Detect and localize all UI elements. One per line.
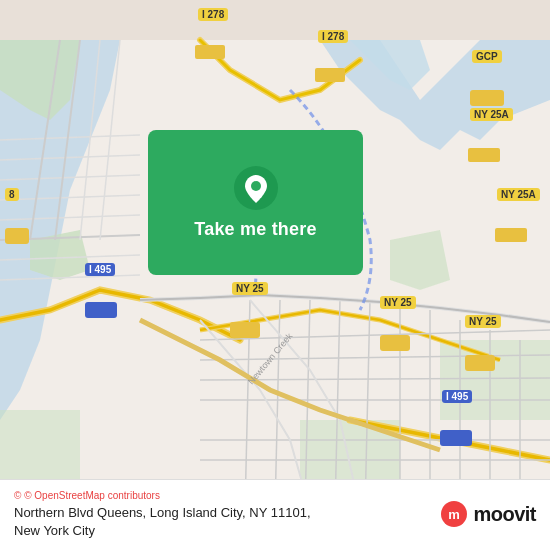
address-text: Northern Blvd Queens, Long Island City, …: [14, 505, 311, 520]
svg-rect-38: [230, 322, 260, 338]
road-label-278-right: I 278: [318, 30, 348, 43]
moovit-logo-icon: m: [440, 500, 468, 528]
road-label-25a-right: NY 25A: [497, 188, 540, 201]
moovit-logo: m moovit: [440, 500, 536, 528]
address-line-2: New York City: [14, 523, 311, 538]
road-label-i495-left: I 495: [85, 263, 115, 276]
attribution-text: © © OpenStreetMap contributors: [14, 490, 311, 501]
road-label-25a-top: NY 25A: [470, 108, 513, 121]
openstreetmap-attribution: © OpenStreetMap contributors: [24, 490, 160, 501]
map-container: Newtown Creek I 278 I 278 NY 25A NY 25A …: [0, 0, 550, 550]
svg-rect-6: [468, 148, 500, 162]
svg-rect-44: [5, 228, 29, 244]
svg-point-47: [251, 181, 261, 191]
svg-rect-4: [195, 45, 225, 59]
svg-rect-41: [85, 302, 117, 318]
svg-rect-39: [380, 335, 410, 351]
road-label-8: 8: [5, 188, 19, 201]
road-label-ny25-left: NY 25: [232, 282, 268, 295]
bottom-bar: © © OpenStreetMap contributors Northern …: [0, 479, 550, 550]
road-label-278-left: I 278: [198, 8, 228, 21]
take-me-button-label: Take me there: [194, 219, 316, 240]
road-label-i495-right: I 495: [442, 390, 472, 403]
svg-rect-1: [440, 340, 550, 420]
svg-rect-5: [315, 68, 345, 82]
svg-rect-40: [465, 355, 495, 371]
address-group: © © OpenStreetMap contributors Northern …: [14, 490, 311, 538]
svg-rect-7: [495, 228, 527, 242]
svg-rect-42: [440, 430, 472, 446]
location-pin-icon: [233, 165, 279, 211]
address-line-1: Northern Blvd Queens, Long Island City, …: [14, 503, 311, 521]
svg-text:m: m: [449, 507, 461, 522]
road-label-ny25-mid: NY 25: [380, 296, 416, 309]
take-me-card[interactable]: Take me there: [148, 130, 363, 275]
copyright-symbol: ©: [14, 490, 21, 501]
moovit-brand-text: moovit: [473, 503, 536, 526]
road-label-ny25-right: NY 25: [465, 315, 501, 328]
road-label-gcp: GCP: [472, 50, 502, 63]
svg-rect-43: [470, 90, 504, 106]
map-background: Newtown Creek: [0, 0, 550, 550]
